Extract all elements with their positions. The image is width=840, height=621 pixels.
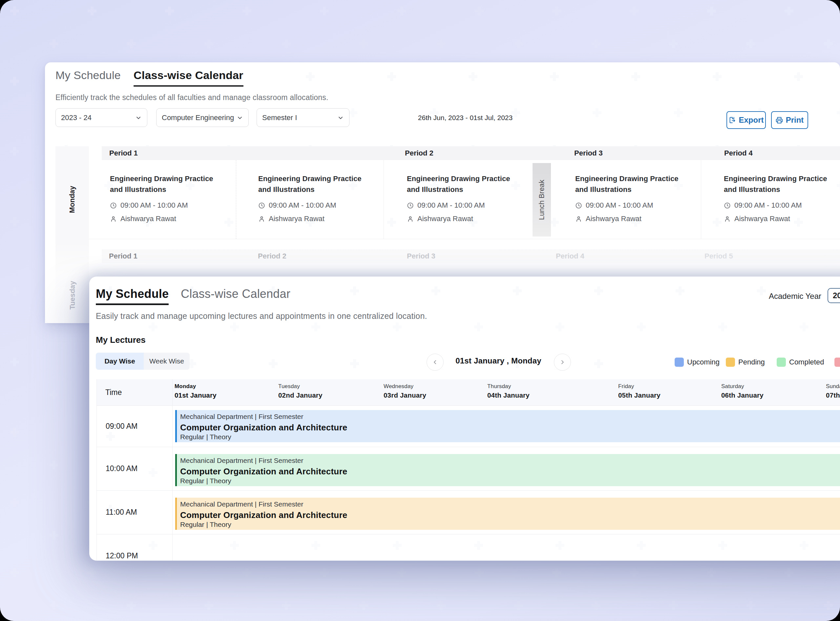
period-label: Period 4 — [556, 249, 584, 263]
week-wise-tab[interactable]: Week Wise — [144, 353, 190, 370]
person-icon — [575, 215, 582, 223]
lecture-cell[interactable]: Engineering Drawing Practice and Illustr… — [724, 160, 840, 239]
event-subject: Computer Organization and Architecture — [180, 423, 347, 433]
person-icon — [258, 215, 265, 223]
tab-my-schedule[interactable]: My Schedule — [96, 286, 169, 305]
lecture-time: 09:00 AM - 10:00 AM — [407, 201, 485, 210]
day-header-monday: Monday 01st January — [174, 383, 217, 399]
legend-swatch-upcoming — [675, 357, 684, 367]
lecture-faculty: Aishwarya Rawat — [258, 215, 324, 223]
legend-label: Completed — [789, 357, 824, 367]
row-divider — [97, 406, 840, 406]
current-date-label: 01st January , Monday — [455, 356, 541, 365]
my-schedule-panel: My Schedule Class-wise Calendar Easily t… — [89, 277, 840, 560]
export-button[interactable]: Export — [726, 111, 766, 129]
section-title: My Lectures — [96, 335, 146, 345]
row-divider — [89, 239, 840, 239]
active-tab-underline — [96, 303, 169, 305]
period-label: Period 3 — [574, 146, 603, 160]
lunch-break-column: Lunch Break — [532, 163, 551, 236]
department-select[interactable]: Computer Engineering — [156, 108, 249, 127]
lecture-event-upcoming[interactable]: Mechanical Department | First Semester C… — [175, 410, 840, 442]
lecture-title: Engineering Drawing Practice and Illustr… — [575, 173, 687, 195]
period-label: Period 3 — [407, 249, 435, 263]
tab-class-wise-calendar[interactable]: Class-wise Calendar — [181, 286, 290, 301]
next-day-button[interactable] — [554, 354, 571, 371]
lecture-title: Engineering Drawing Practice and Illustr… — [110, 173, 221, 195]
lecture-time: 09:00 AM - 10:00 AM — [110, 201, 188, 210]
tab-label: Class-wise Calendar — [133, 69, 244, 81]
lecture-title: Engineering Drawing Practice and Illustr… — [407, 173, 519, 195]
day-header-wednesday: Wednesday 03rd January — [384, 383, 426, 399]
person-icon — [110, 215, 117, 223]
chevron-down-icon — [337, 115, 344, 121]
legend-label: Pending — [738, 357, 765, 367]
event-type: Regular | Theory — [180, 433, 231, 441]
time-slot-label: 11:00 AM — [106, 507, 137, 516]
row-divider — [97, 534, 840, 535]
semester-value: Semester I — [262, 114, 337, 122]
person-icon — [407, 215, 414, 223]
tab-my-schedule[interactable]: My Schedule — [55, 68, 121, 83]
legend-swatch-completed — [777, 357, 786, 367]
panel-subtitle: Easily track and manage upcoming lecture… — [96, 311, 427, 321]
lunch-break-label: Lunch Break — [538, 180, 546, 220]
active-tab-underline — [133, 85, 244, 86]
export-icon — [728, 117, 735, 124]
legend-label: Upcoming — [687, 357, 720, 367]
lecture-cell[interactable]: Engineering Drawing Practice and Illustr… — [407, 160, 538, 239]
legend-swatch-pending — [726, 357, 735, 367]
lecture-faculty: Aishwarya Rawat — [575, 215, 641, 223]
clock-icon — [724, 202, 731, 209]
event-department: Mechanical Department | First Semester — [180, 500, 303, 508]
view-mode-toggle: Day Wise Week Wise — [96, 353, 190, 370]
semester-select[interactable]: Semester I — [256, 108, 349, 127]
day-header-sunday: Sunday 07th January — [826, 383, 840, 399]
lecture-cell[interactable]: Engineering Drawing Practice and Illustr… — [258, 160, 390, 239]
academic-year-select[interactable]: 2023 - 24 — [828, 288, 840, 303]
lecture-cell[interactable]: Engineering Drawing Practice and Illustr… — [575, 160, 707, 239]
event-type: Regular | Theory — [180, 477, 231, 485]
day-label-tuesday: Tuesday — [68, 281, 77, 310]
academic-year-label: Academic Year — [729, 292, 821, 301]
clock-icon — [575, 202, 582, 209]
print-button[interactable]: Print — [771, 111, 808, 129]
lecture-faculty: Aishwarya Rawat — [407, 215, 473, 223]
tab-class-wise-calendar[interactable]: Class-wise Calendar — [133, 68, 244, 86]
time-column-header: Time — [105, 379, 122, 406]
tab-label: My Schedule — [96, 287, 169, 300]
lecture-cell[interactable]: Engineering Drawing Practice and Illustr… — [110, 160, 241, 239]
lecture-event-pending[interactable]: Mechanical Department | First Semester C… — [175, 498, 840, 530]
academic-year-value: 2023 - 24 — [61, 114, 135, 122]
lecture-title: Engineering Drawing Practice and Illustr… — [258, 173, 370, 195]
period-label: Period 1 — [109, 249, 138, 263]
clock-icon — [407, 202, 414, 209]
period-label: Period 2 — [405, 146, 434, 160]
time-column-divider — [172, 379, 173, 560]
period-label: Period 5 — [705, 249, 733, 263]
day-header-tuesday: Tuesday 02nd January — [278, 383, 323, 399]
academic-year-select[interactable]: 2023 - 24 — [55, 108, 147, 127]
day-wise-tab[interactable]: Day Wise — [96, 353, 144, 370]
period-label: Period 4 — [724, 146, 753, 160]
day-header-saturday: Saturday 06th January — [721, 383, 764, 399]
print-icon — [776, 117, 783, 124]
app-screenshot: My Schedule Class-wise Calendar Efficien… — [0, 0, 840, 621]
lecture-faculty: Aishwarya Rawat — [724, 215, 790, 223]
lecture-event-completed[interactable]: Mechanical Department | First Semester C… — [175, 454, 840, 486]
lecture-faculty: Aishwarya Rawat — [110, 215, 176, 223]
event-type: Regular | Theory — [180, 521, 231, 529]
day-header-friday: Friday 05th January — [618, 383, 661, 399]
event-subject: Computer Organization and Architecture — [180, 467, 347, 477]
event-department: Mechanical Department | First Semester — [180, 413, 303, 421]
lecture-time: 09:00 AM - 10:00 AM — [258, 201, 336, 210]
period-label: Period 1 — [109, 146, 138, 160]
chevron-down-icon — [237, 115, 243, 121]
time-slot-label: 09:00 AM — [106, 421, 138, 431]
person-icon — [724, 215, 731, 223]
previous-day-button[interactable] — [426, 354, 444, 371]
time-slot-label: 10:00 AM — [106, 464, 138, 473]
day-header-thursday: Thursday 04th January — [487, 383, 529, 399]
print-label: Print — [786, 115, 804, 125]
lecture-time: 09:00 AM - 10:00 AM — [724, 201, 802, 210]
